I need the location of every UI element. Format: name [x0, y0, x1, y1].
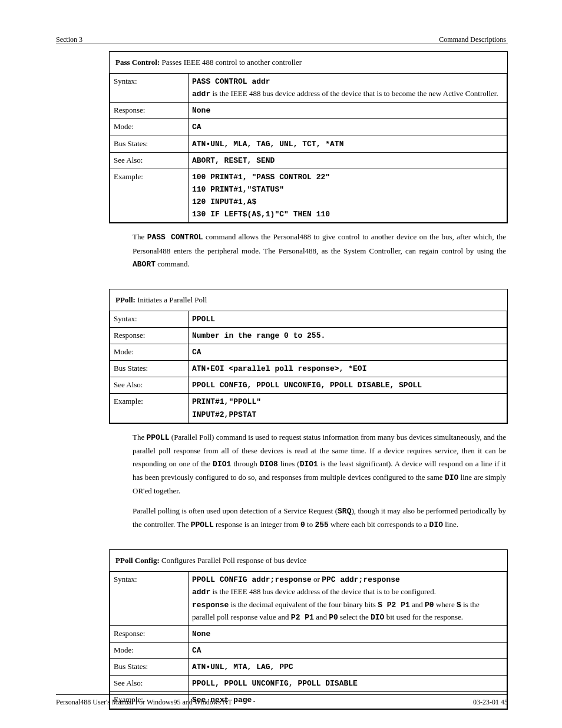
ppoll-title: PPoll: Initiates a Parallel Poll — [110, 289, 507, 311]
header-title: Command Descriptions — [439, 35, 506, 44]
value-example: 100 PRINT#1, "PASS CONTROL 22" 110 PRINT… — [189, 169, 507, 223]
table-row: Syntax:PASS CONTROL addraddr is the IEEE… — [110, 74, 507, 103]
label-mode: Mode: — [110, 119, 189, 136]
label-bus-states: Bus States: — [110, 136, 189, 152]
footer-rule — [56, 694, 508, 695]
label-syntax: Syntax: — [110, 74, 189, 103]
value-bus-states: ATN•EOI <parallel poll response>, *EOI — [189, 361, 507, 377]
value-see-also: ABORT, RESET, SEND — [189, 152, 507, 169]
value-bus-states: ATN•UNL, MTA, LAG, PPC — [189, 659, 507, 676]
value-example: PRINT#1,"PPOLL" INPUT#2,PPSTAT — [189, 394, 507, 423]
table-row: Syntax:PPOLL CONFIG addr;response or PPC… — [110, 572, 507, 626]
value-syntax: PPOLL CONFIG addr;response or PPC addr;r… — [189, 572, 507, 626]
header-section: Section 3 — [56, 35, 82, 44]
ppoll-config-box: PPoll Config: Configures Parallel Poll r… — [109, 549, 508, 709]
footer-right: 03-23-01 45 — [473, 698, 508, 707]
label-response: Response: — [110, 327, 189, 344]
pass-control-title-name: Pass Control: — [115, 58, 160, 67]
ppoll-box: PPoll: Initiates a Parallel Poll Syntax:… — [109, 289, 508, 424]
table-row: Example:PRINT#1,"PPOLL" INPUT#2,PPSTAT — [110, 394, 507, 423]
label-syntax: Syntax: — [110, 311, 189, 327]
table-row: Bus States:ATN•UNL, MLA, TAG, UNL, TCT, … — [110, 136, 507, 152]
pass-control-title: Pass Control: Passes IEEE 488 control to… — [110, 52, 507, 73]
value-response: None — [189, 103, 507, 119]
ppoll-config-table: Syntax:PPOLL CONFIG addr;response or PPC… — [110, 571, 507, 709]
pass-control-box: Pass Control: Passes IEEE 488 control to… — [109, 51, 508, 223]
label-example: Example: — [110, 169, 189, 223]
table-row: Bus States:ATN•EOI <parallel poll respon… — [110, 361, 507, 377]
label-response: Response: — [110, 103, 189, 119]
value-mode: CA — [189, 643, 507, 659]
table-row: Response:None — [110, 103, 507, 119]
pass-control-title-desc: Passes IEEE 488 control to another contr… — [160, 58, 302, 67]
table-row: See Also:PPOLL CONFIG, PPOLL UNCONFIG, P… — [110, 377, 507, 394]
value-see-also: PPOLL, PPOLL UNCONFIG, PPOLL DISABLE — [189, 676, 507, 692]
label-syntax: Syntax: — [110, 572, 189, 626]
footer-left: Personal488 User's Manual For Windows95 … — [56, 698, 232, 707]
ppoll-para-1: The PPOLL (Parallel Poll) command is use… — [133, 431, 506, 498]
value-syntax: PPOLL — [189, 311, 507, 327]
ppoll-title-name: PPoll: — [115, 295, 135, 304]
ppoll-config-title-name: PPoll Config: — [115, 556, 160, 565]
label-mode: Mode: — [110, 643, 189, 659]
table-row: Mode:CA — [110, 119, 507, 136]
ppoll-config-title-desc: Configures Parallel Poll response of bus… — [160, 556, 306, 565]
table-row: Response:Number in the range 0 to 255. — [110, 327, 507, 344]
label-mode: Mode: — [110, 344, 189, 360]
ppoll-para-2: Parallel polling is often used upon dete… — [133, 505, 506, 532]
value-see-also: PPOLL CONFIG, PPOLL UNCONFIG, PPOLL DISA… — [189, 377, 507, 394]
label-response: Response: — [110, 625, 189, 642]
table-row: Mode:CA — [110, 643, 507, 659]
table-row: See Also:ABORT, RESET, SEND — [110, 152, 507, 169]
value-response: None — [189, 625, 507, 642]
pass-control-table: Syntax:PASS CONTROL addraddr is the IEEE… — [110, 73, 507, 223]
table-row: Response:None — [110, 625, 507, 642]
pass-control-para: The PASS CONTROL command allows the Pers… — [133, 230, 506, 271]
table-row: See Also:PPOLL, PPOLL UNCONFIG, PPOLL DI… — [110, 676, 507, 692]
ppoll-config-title: PPoll Config: Configures Parallel Poll r… — [110, 550, 507, 571]
label-see-also: See Also: — [110, 377, 189, 394]
table-row: Mode:CA — [110, 344, 507, 360]
table-row: Example:100 PRINT#1, "PASS CONTROL 22" 1… — [110, 169, 507, 223]
table-row: Bus States:ATN•UNL, MTA, LAG, PPC — [110, 659, 507, 676]
value-mode: CA — [189, 344, 507, 360]
value-response: Number in the range 0 to 255. — [189, 327, 507, 344]
ppoll-table: Syntax:PPOLL Response:Number in the rang… — [110, 311, 507, 423]
header-rule — [56, 44, 508, 44]
table-row: Syntax:PPOLL — [110, 311, 507, 327]
value-bus-states: ATN•UNL, MLA, TAG, UNL, TCT, *ATN — [189, 136, 507, 152]
ppoll-title-desc: Initiates a Parallel Poll — [135, 295, 207, 304]
label-see-also: See Also: — [110, 676, 189, 692]
label-see-also: See Also: — [110, 152, 189, 169]
value-mode: CA — [189, 119, 507, 136]
label-bus-states: Bus States: — [110, 659, 189, 676]
value-syntax: PASS CONTROL addraddr is the IEEE 488 bu… — [189, 74, 507, 103]
label-example: Example: — [110, 394, 189, 423]
label-bus-states: Bus States: — [110, 361, 189, 377]
